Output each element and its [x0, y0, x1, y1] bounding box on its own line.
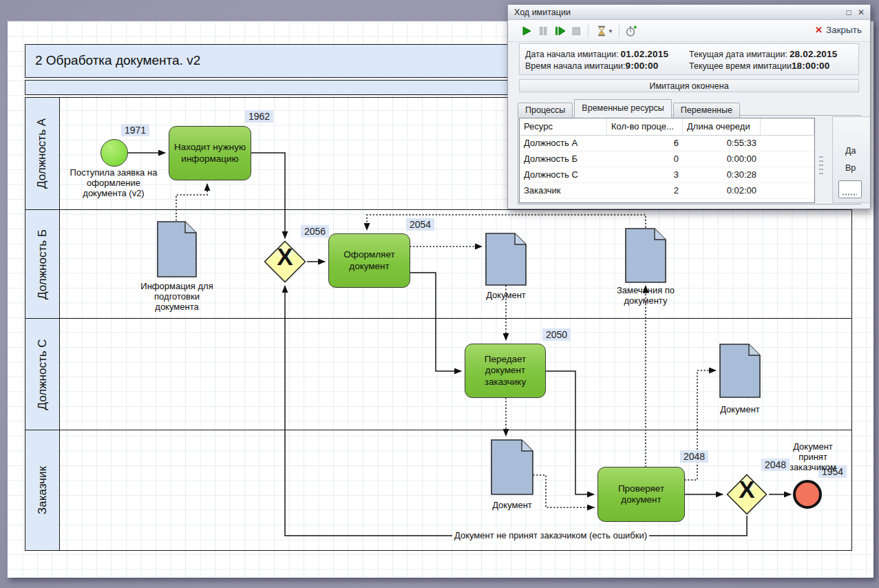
document-icon [485, 233, 527, 286]
gateway-x-marker: X [264, 243, 306, 271]
cell-queue: 0:02:00 [683, 183, 761, 198]
start-date-value: 01.02.2015 [621, 49, 669, 59]
start-date-label: Дата начала имитации: [525, 50, 619, 59]
task-transfer-badge: 2050 [542, 328, 571, 341]
task-find-badge: 1962 [245, 110, 273, 123]
panel-splitter-handle[interactable] [819, 155, 823, 176]
start-time-value: 9:00:00 [626, 61, 659, 71]
document-d-label: Документ [489, 500, 535, 510]
step-forward-icon [553, 25, 566, 37]
close-x-icon: ✕ [815, 25, 823, 35]
task-check-document[interactable]: Проверяет документ [597, 467, 685, 522]
lane-label-position-b: Должность Б [25, 210, 60, 318]
simulation-dialog: Ход имитации □ ✕ [507, 4, 871, 209]
pause-icon [537, 25, 549, 37]
side-options-panel: Да Вр [832, 116, 871, 203]
document-b-shape[interactable] [485, 233, 527, 288]
status-bar: Имитация окончена [519, 79, 859, 92]
current-date-value: 28.02.2015 [790, 49, 838, 59]
dialog-titlebar[interactable]: Ход имитации □ ✕ [508, 5, 870, 20]
gateway-xor-1[interactable]: X [264, 240, 306, 283]
side-label-date: Да [845, 146, 856, 156]
document-c-label: Документ [717, 404, 763, 414]
table-row[interactable]: Должность С 3 0:30:28 [520, 167, 814, 183]
current-time-value: 18:00:00 [792, 61, 830, 71]
lane-label-customer: Заказчик [25, 430, 60, 550]
document-info-shape[interactable] [157, 221, 197, 280]
play-icon [520, 25, 533, 37]
cell-queue: 0:55:33 [683, 136, 761, 151]
stop-button[interactable] [568, 23, 584, 39]
end-event[interactable] [793, 480, 822, 509]
gateway-x-marker: X [726, 476, 767, 503]
start-time-label: Время начала имитации: [525, 61, 626, 71]
current-time-label: Текущее время имитации [689, 61, 792, 71]
table-row[interactable]: Должность А 6 0:55:33 [520, 136, 814, 151]
task-transfer-document[interactable]: Передает документ заказчику [465, 344, 546, 398]
play-button[interactable] [518, 23, 535, 39]
column-header-queue-length[interactable]: Длина очереди [683, 118, 761, 135]
step-forward-button[interactable] [551, 23, 568, 39]
pause-button[interactable] [535, 23, 551, 39]
tab-strip: Процессы Временные ресурсы Переменные [518, 97, 741, 118]
table-row[interactable]: Должность Б 0 0:00:00 [520, 151, 814, 167]
close-button[interactable]: ✕ Закрыть [815, 25, 862, 35]
cell-queue: 0:30:28 [683, 167, 761, 182]
current-date-label: Текущая дата имитации: [689, 50, 787, 59]
cell-count: 3 [607, 167, 683, 182]
gateway-xor-2[interactable]: X [726, 474, 767, 515]
cell-count: 2 [607, 183, 683, 198]
document-icon [719, 344, 761, 398]
document-info-label: Информация для подготовки документа [136, 281, 218, 313]
lane-label-position-c: Должность С [25, 319, 60, 430]
column-header-process-count[interactable]: Кол-во проце... [607, 118, 683, 135]
document-icon [157, 221, 197, 277]
column-header-empty [761, 118, 814, 135]
task-prepare-badge: 2054 [406, 218, 434, 231]
desktop: 2 Обработка документа. v2 Должность А До… [0, 0, 879, 588]
document-c-shape[interactable] [719, 344, 761, 401]
close-button-label: Закрыть [826, 25, 862, 35]
speed-dropdown-button[interactable]: ▾ [592, 23, 615, 39]
document-d-shape[interactable] [491, 439, 533, 498]
cell-queue: 0:00:00 [683, 151, 761, 167]
restore-window-icon[interactable]: □ [843, 8, 855, 17]
start-event-label: Поступила заявка на оформление документа… [69, 167, 158, 199]
side-ellipsis-button[interactable] [838, 180, 862, 198]
start-event[interactable] [100, 139, 128, 167]
column-header-resource[interactable]: Ресурс [520, 118, 607, 135]
document-b-label: Документ [472, 290, 540, 300]
gateway1-badge: 2056 [301, 225, 329, 238]
document-icon [491, 439, 533, 495]
chevron-down-icon: ▾ [609, 28, 613, 34]
lane-label-position-a: Должность А [25, 98, 60, 209]
tab-time-resources[interactable]: Временные ресурсы [574, 99, 671, 118]
cell-resource: Заказчик [520, 183, 607, 198]
table-header-row: Ресурс Кол-во проце... Длина очереди [520, 118, 814, 136]
hourglass-icon [595, 25, 608, 37]
table-row[interactable]: Заказчик 2 0:02:00 [520, 183, 814, 199]
task-check-badge: 2048 [680, 450, 708, 463]
tab-variables[interactable]: Переменные [673, 103, 740, 118]
close-window-icon[interactable]: ✕ [855, 8, 867, 17]
document-remarks-label: Замечания по документу [604, 285, 687, 306]
document-remarks-shape[interactable] [625, 228, 666, 286]
add-timer-button[interactable] [623, 23, 639, 39]
side-label-time: Вр [845, 163, 856, 173]
toolbar-separator [588, 24, 589, 38]
dialog-title: Ход имитации [508, 8, 843, 17]
ellipsis-dots [842, 193, 857, 196]
document-icon [625, 228, 666, 283]
cell-resource: Должность А [520, 136, 607, 151]
tab-processes[interactable]: Процессы [518, 103, 573, 118]
toolbar-separator [619, 24, 619, 38]
resources-table: Ресурс Кол-во проце... Длина очереди Дол… [519, 118, 815, 203]
task-find-information[interactable]: Находит нужную информацию [169, 126, 251, 180]
simulation-info-panel: Дата начала имитации: 01.02.2015 Текущая… [519, 43, 859, 75]
end-event-label: Документ принят заказчиком [781, 441, 845, 473]
task-prepare-document[interactable]: Оформляет документ [328, 233, 410, 288]
cell-resource: Должность С [520, 167, 607, 182]
cell-count: 0 [607, 151, 683, 167]
rejected-flow-label: Документ не принят заказчиком (есть ошиб… [452, 530, 649, 540]
cell-count: 6 [607, 136, 683, 151]
